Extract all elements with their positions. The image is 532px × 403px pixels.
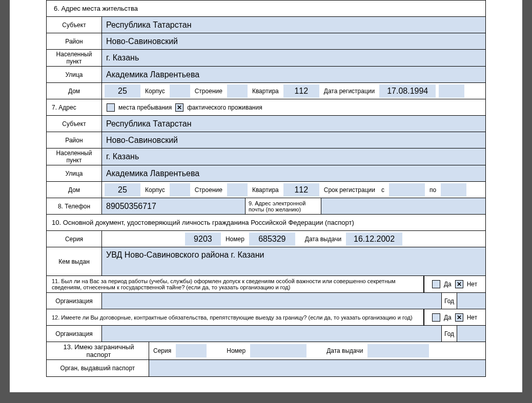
input-locality-7[interactable]: г. Казань (102, 149, 485, 165)
input-district-7[interactable]: Ново-Савиновский (102, 132, 485, 148)
row-house-7: Дом 25 Корпус Строение Квартира 112 Срок… (47, 182, 485, 198)
spacer-6 (439, 84, 464, 98)
label-number: Номер (223, 236, 247, 243)
input-12-org[interactable] (102, 326, 442, 342)
section13-title: 13. Имею заграничный паспорт (47, 342, 149, 359)
input-reg-to[interactable] (441, 183, 466, 197)
section6-title: 6. Адрес места жительства (47, 1, 485, 16)
label-regdate: Дата регистрации (322, 88, 377, 95)
row-locality-6: Населенный пункт г. Казань (47, 50, 485, 67)
section12-text: 12. Имеете ли Вы договорные, контрактные… (47, 309, 424, 325)
label-from: с (379, 186, 386, 194)
section7-header: 7. Адрес места пребывания ✕ фактического… (47, 99, 485, 116)
input-building-7[interactable] (227, 183, 248, 197)
checkbox-11-no[interactable]: ✕ (455, 280, 463, 288)
input-building-6[interactable] (227, 84, 248, 98)
section6-header: 6. Адрес места жительства (47, 1, 485, 17)
input-13-series[interactable] (176, 344, 207, 357)
input-house-7[interactable]: 25 (105, 183, 140, 197)
row-subject-6: Субъект Республика Татарстан (47, 17, 485, 33)
label-fact: фактического проживания (185, 104, 264, 111)
label-13-date: Дата выдачи (324, 347, 365, 354)
row-locality-7: Населенный пункт г. Казань (47, 149, 485, 165)
label-apartment: Квартира (250, 88, 281, 95)
input-12-year[interactable] (457, 326, 485, 342)
row-phone-email: 8. Телефон 89050356717 9. Адрес электрон… (47, 198, 485, 215)
input-locality-6[interactable]: г. Казань (102, 50, 485, 66)
label-korpus: Корпус (143, 88, 167, 95)
label-stay: места пребывания (116, 104, 174, 111)
checkbox-11-yes[interactable] (432, 280, 440, 288)
input-11-org[interactable] (102, 293, 442, 309)
label-13-number: Номер (224, 347, 248, 354)
label-regperiod: Срок регистрации (322, 186, 377, 194)
label-house: Дом (47, 83, 102, 99)
input-13-date[interactable] (367, 344, 429, 357)
label-12-org: Организация (47, 326, 102, 342)
row-district-7: Район Ново-Савиновский (47, 132, 485, 149)
input-regdate-6[interactable]: 17.08.1994 (379, 84, 436, 98)
row-issued-by: Кем выдан УВД Ново-Савиновского района г… (47, 247, 485, 276)
checkbox-12-no[interactable]: ✕ (455, 313, 463, 322)
label-district-7: Район (47, 132, 102, 148)
section10-title: 10. Основной документ, удостоверяющий ли… (47, 215, 485, 230)
label-12-yes: Да (442, 314, 454, 321)
input-apartment-7[interactable]: 112 (283, 183, 319, 197)
label-building: Строение (193, 88, 224, 95)
label-series: Серия (47, 231, 102, 247)
checkbox-fact[interactable]: ✕ (175, 103, 183, 112)
input-phone[interactable]: 89050356717 (102, 198, 245, 214)
input-street-7[interactable]: Академика Лаврентьева (102, 165, 485, 181)
section10-header: 10. Основной документ, удостоверяющий ли… (47, 215, 485, 231)
input-korpus-6[interactable] (170, 84, 190, 98)
input-house-6[interactable]: 25 (105, 84, 140, 98)
input-subject-7[interactable]: Республика Татарстан (102, 116, 485, 132)
input-email[interactable] (321, 198, 485, 214)
input-13-issued-by[interactable] (149, 360, 485, 376)
section13-row1: 13. Имею заграничный паспорт Серия Номер… (47, 342, 485, 360)
label-13-issued-by: Орган, выдавший паспорт (47, 360, 149, 376)
input-street-6[interactable]: Академика Лаврентьева (102, 67, 485, 82)
input-apartment-6[interactable]: 112 (283, 84, 319, 98)
input-11-year[interactable] (457, 293, 485, 309)
label-11-year: Год (442, 293, 457, 309)
label-street-7: Улица (47, 165, 102, 181)
input-13-number[interactable] (250, 344, 306, 357)
input-series[interactable]: 9203 (185, 232, 221, 246)
row-12-org: Организация Год (47, 326, 485, 342)
label-to: по (427, 186, 438, 194)
row-street-7: Улица Академика Лаврентьева (47, 165, 485, 182)
label-issued-by: Кем выдан (47, 247, 102, 275)
section11-text: 11. Был ли на Вас за период работы (учеб… (47, 276, 424, 292)
label-subject: Субъект (47, 17, 102, 33)
row-house-6: Дом 25 Корпус Строение Квартира 112 Дата… (47, 83, 485, 99)
input-number[interactable]: 685329 (249, 232, 295, 246)
input-reg-from[interactable] (389, 183, 425, 197)
input-district-6[interactable]: Ново-Савиновский (102, 33, 485, 49)
row-street-6: Улица Академика Лаврентьева (47, 67, 485, 83)
label-12-year: Год (442, 326, 457, 342)
row-passport-main: Серия 9203 Номер 685329 Дата выдачи 16.1… (47, 231, 485, 247)
input-issued-by[interactable]: УВД Ново-Савиновского района г. Казани (102, 247, 485, 275)
label-12-no: Нет (465, 314, 479, 321)
label-locality-7: Населенный пункт (47, 149, 102, 165)
label-house-7: Дом (47, 182, 102, 198)
label-11-yes: Да (442, 281, 454, 288)
input-korpus-7[interactable] (170, 183, 190, 197)
label-email: 9. Адрес электронной почты (по желанию) (245, 198, 321, 214)
input-issue-date[interactable]: 16.12.2002 (346, 232, 402, 246)
row-11-org: Организация Год (47, 293, 485, 309)
label-korpus-7: Корпус (143, 186, 167, 194)
label-district: Район (47, 33, 102, 49)
checkbox-12-yes[interactable] (432, 313, 440, 322)
label-issue-date: Дата выдачи (303, 236, 343, 243)
label-locality: Населенный пункт (47, 50, 102, 66)
row-district-6: Район Ново-Савиновский (47, 33, 485, 50)
label-11-no: Нет (465, 281, 479, 288)
checkbox-stay[interactable] (107, 103, 115, 112)
label-subject-7: Субъект (47, 116, 102, 132)
label-13-series: Серия (151, 347, 173, 354)
label-apartment-7: Квартира (250, 186, 281, 194)
label-building-7: Строение (193, 186, 224, 194)
input-subject-6[interactable]: Республика Татарстан (102, 17, 485, 33)
